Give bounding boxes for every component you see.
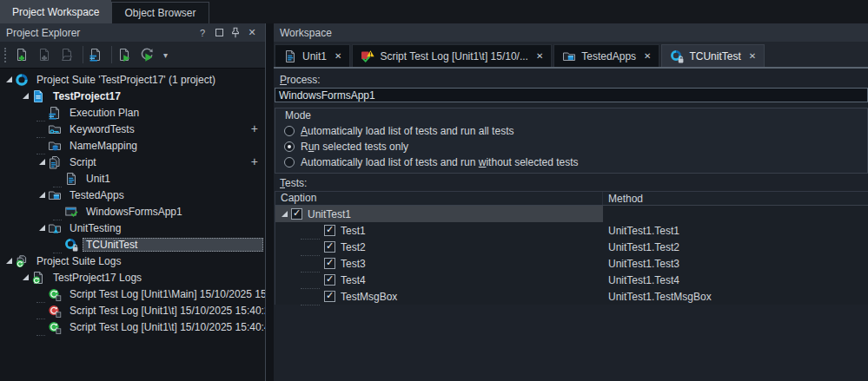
testcomplete-window: Project Workspace Object Browser Project… [0,0,868,381]
tree-item-label: TCUnitTest [83,238,263,252]
radio-run-selected-tests[interactable]: Run selected tests only [275,139,867,154]
tree-item-tcunittest[interactable]: TCUnitTest [0,236,265,253]
checkbox-checked[interactable] [324,225,335,236]
expander-icon[interactable] [21,93,30,99]
help-icon[interactable]: ? [195,26,209,40]
pin-icon[interactable] [229,26,242,40]
add-existing-item-button[interactable] [57,43,80,66]
script-unit-icon [64,172,78,186]
tree-item-log-1[interactable]: Script Test Log [Unit1\Main] 15/10/2025 … [0,286,265,302]
tree-item-testproject17[interactable]: TestProject17 [0,88,265,104]
tab-project-workspace[interactable]: Project Workspace [0,0,111,23]
log-success-icon [48,287,62,301]
tree-item-unit1[interactable]: Unit1 [0,170,265,187]
radio-run-all-tests[interactable]: Automatically load list of tests and run… [275,123,867,139]
doc-tab-label: Script Test Log [Unit1\t] 15/10/... [380,50,528,62]
close-icon[interactable]: ✕ [245,26,259,40]
radio-button-selected[interactable] [284,141,295,152]
add-keywordtest-button[interactable]: + [251,122,258,135]
radio-label: Automatically load list of tests and run… [301,156,579,168]
run-options-dropdown[interactable]: ▾ [160,50,171,60]
run-project-icon [117,48,131,62]
test-row-test1[interactable]: Test1 UnitTest1.Test1 [275,222,868,239]
tree-item-project-suite-logs[interactable]: Project Suite Logs [0,253,265,269]
test-caption: Test2 [341,241,366,253]
tree-item-windowsformsapp1[interactable]: WindowsFormsApp1 [0,203,265,220]
workspace-title: Workspace [280,27,332,39]
doc-tab-script-test-log[interactable]: Script Test Log [Unit1\t] 15/10/... ✕ [352,44,552,67]
tested-app-icon [64,205,78,219]
tab-close-icon[interactable]: ✕ [335,51,341,61]
tree-item-testedapps[interactable]: TestedApps [0,187,265,203]
tree-item-label: KeywordTests [66,122,138,136]
run-tests-icon [140,48,154,62]
column-header-caption[interactable]: Caption [275,192,603,205]
tab-close-icon[interactable]: ✕ [644,51,651,61]
log-status-icon [361,49,374,63]
panel-splitter[interactable] [266,23,274,381]
expander-icon[interactable] [37,159,47,165]
project-explorer-header: Project Explorer ? ✕ [0,23,265,42]
checkbox-checked[interactable] [324,241,335,253]
suite-logs-icon [15,254,29,268]
test-row-testmsgbox[interactable]: TestMsgBox UnitTest1.TestMsgBox [275,288,868,305]
run-tests-button[interactable] [137,43,160,66]
add-script-unit-button[interactable]: + [251,154,258,168]
test-row-test3[interactable]: Test3 UnitTest1.Test3 [275,255,868,272]
tree-item-label: TestedApps [66,188,128,202]
checkbox-checked[interactable] [324,258,335,269]
expander-icon[interactable] [37,192,47,198]
expander-icon[interactable] [4,258,14,264]
radio-button[interactable] [284,126,295,136]
test-row-test4[interactable]: Test4 UnitTest1.Test4 [275,272,868,288]
project-explorer-panel: Project Explorer ? ✕ ▾ [0,23,266,381]
expander-icon[interactable] [4,76,14,82]
tab-object-browser[interactable]: Object Browser [111,2,209,23]
tests-table-header: Caption Method [275,192,868,206]
radio-button[interactable] [284,157,295,168]
checkbox-checked[interactable] [324,291,335,302]
tree-item-project-suite[interactable]: Project Suite 'TestProject17' (1 project… [0,71,265,88]
expander-icon[interactable] [280,211,289,217]
test-row-unittest1[interactable]: UnitTest1 [275,206,868,222]
expander-icon[interactable] [21,274,30,280]
workspace-panel: Workspace Unit1 ✕ Script Test Log [Unit1… [274,23,868,381]
tree-item-log-3[interactable]: Script Test Log [Unit1\t] 15/10/2025 15:… [0,319,265,335]
tree-item-script[interactable]: Script + [0,154,265,170]
tree-item-testproject17-logs[interactable]: TestProject17 Logs [0,269,265,286]
add-new-project-button[interactable] [12,43,35,66]
tc-unit-test-icon [670,49,684,63]
checkbox-checked[interactable] [324,274,335,286]
test-row-test2[interactable]: Test2 UnitTest1.Test2 [275,239,868,255]
test-caption: Test1 [341,225,366,237]
execution-plan-button[interactable] [86,43,109,66]
tree-item-log-2[interactable]: Script Test Log [Unit1\t] 15/10/2025 15:… [0,302,265,319]
doc-tab-testedapps[interactable]: TestedApps ✕ [553,44,659,67]
tested-apps-icon [48,188,62,202]
doc-tab-label: TestedApps [581,50,636,62]
doc-tab-tcunittest[interactable]: TCUnitTest ✕ [661,44,765,67]
tree-item-keywordtests[interactable]: KeywordTests + [0,121,265,137]
project-explorer-toolbar: ▾ [0,42,265,69]
add-new-item-button[interactable] [35,43,57,66]
toolbar-grip[interactable] [4,48,9,62]
tree-item-label: Unit1 [83,172,114,186]
expander-icon[interactable] [37,225,47,231]
column-header-method[interactable]: Method [603,193,868,205]
doc-tab-unit1[interactable]: Unit1 ✕ [275,44,350,67]
tab-close-icon[interactable]: ✕ [536,51,543,61]
script-folder-icon [48,155,62,169]
tree-item-label: Execution Plan [66,106,142,120]
maximize-icon[interactable] [212,26,226,40]
radio-run-without-selected[interactable]: Automatically load list of tests and run… [275,154,867,170]
tree-item-namemapping[interactable]: NameMapping [0,137,265,154]
execution-plan-icon [89,48,103,62]
tab-close-icon[interactable]: ✕ [749,51,756,61]
run-project-button[interactable] [115,43,137,66]
doc-tab-label: TCUnitTest [689,50,740,62]
tree-item-label: TestProject17 [50,89,124,103]
process-input[interactable] [275,88,868,102]
tree-item-execution-plan[interactable]: Execution Plan [0,104,265,121]
checkbox-checked[interactable] [291,208,302,220]
tree-item-unittesting[interactable]: UnitTesting [0,220,265,236]
